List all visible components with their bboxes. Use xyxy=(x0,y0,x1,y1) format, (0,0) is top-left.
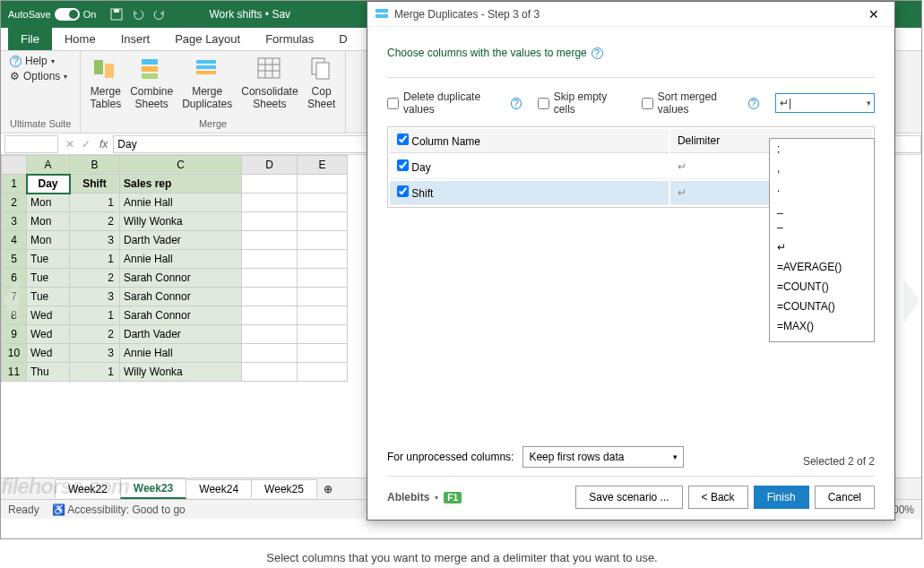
delimiter-option[interactable]: =MAX() xyxy=(770,316,874,336)
cancel-button[interactable]: Cancel xyxy=(815,486,875,509)
delimiter-option[interactable]: ; xyxy=(770,139,874,159)
cell[interactable] xyxy=(242,269,298,288)
help-icon[interactable]: ? xyxy=(511,98,522,109)
cell[interactable] xyxy=(242,306,298,325)
sheet-tab[interactable]: Week23 xyxy=(120,478,186,499)
cell[interactable]: Wed xyxy=(27,344,70,363)
cell[interactable]: Sales rep xyxy=(120,175,242,194)
column-checkbox[interactable] xyxy=(397,185,409,197)
cell[interactable]: 3 xyxy=(70,344,120,363)
row-header[interactable]: 3 xyxy=(2,212,27,231)
help-icon[interactable]: ? xyxy=(748,98,759,109)
undo-icon[interactable] xyxy=(132,8,144,21)
cell[interactable]: Sarah Connor xyxy=(120,288,242,306)
cell[interactable] xyxy=(298,250,348,269)
row-header[interactable]: 11 xyxy=(2,363,27,382)
col-header[interactable]: C xyxy=(120,156,242,175)
col-header[interactable]: A xyxy=(27,156,70,175)
cell[interactable] xyxy=(298,212,348,231)
tab-home[interactable]: Home xyxy=(52,28,108,50)
cell[interactable]: Annie Hall xyxy=(120,344,242,363)
tab-page-layout[interactable]: Page Layout xyxy=(162,28,253,50)
cell[interactable] xyxy=(298,363,348,382)
back-button[interactable]: < Back xyxy=(688,486,748,509)
row-header[interactable]: 6 xyxy=(2,269,27,288)
delimiter-option[interactable]: ↵ xyxy=(770,237,874,257)
help-icon[interactable]: ? xyxy=(592,47,603,59)
col-header[interactable]: E xyxy=(298,156,348,175)
cell[interactable] xyxy=(242,175,298,194)
row-header[interactable]: 4 xyxy=(2,231,27,250)
cell[interactable] xyxy=(242,250,298,269)
tab-d[interactable]: D xyxy=(326,28,359,50)
enter-icon[interactable]: ✓ xyxy=(82,138,91,151)
help-button[interactable]: ?Help ▾ xyxy=(10,55,71,67)
cell[interactable] xyxy=(298,306,348,325)
cell[interactable]: Wed xyxy=(27,306,70,325)
options-button[interactable]: ⚙Options ▾ xyxy=(10,70,71,82)
col-header[interactable]: D xyxy=(242,156,298,175)
name-box[interactable] xyxy=(4,135,58,153)
column-checkbox[interactable] xyxy=(397,159,409,171)
delimiter-option[interactable]: =COUNTA() xyxy=(770,297,874,316)
cell[interactable]: 1 xyxy=(70,363,120,382)
select-all-checkbox[interactable] xyxy=(397,133,409,145)
delimiter-option[interactable]: =AVERAGE() xyxy=(770,257,874,277)
delimiter-option[interactable]: _ xyxy=(770,198,874,218)
sheet-tab[interactable]: Week25 xyxy=(251,479,317,498)
save-icon[interactable] xyxy=(110,8,123,21)
cell[interactable] xyxy=(298,344,348,363)
f1-badge[interactable]: F1 xyxy=(444,492,462,503)
col-header[interactable]: B xyxy=(70,156,120,175)
grid[interactable]: ABCDE1DayShiftSales rep2Mon1Annie Hall3M… xyxy=(1,155,348,382)
cell[interactable]: Wed xyxy=(27,325,70,344)
row-header[interactable]: 2 xyxy=(2,194,27,212)
cell[interactable]: 1 xyxy=(70,306,120,325)
cell[interactable] xyxy=(298,194,348,212)
close-button[interactable]: ✕ xyxy=(860,7,887,22)
cell[interactable]: Shift xyxy=(70,175,120,194)
cell[interactable]: Willy Wonka xyxy=(120,212,242,231)
cell[interactable]: 2 xyxy=(70,212,120,231)
cancel-icon[interactable]: ✕ xyxy=(65,138,74,151)
cell[interactable]: Tue xyxy=(27,288,70,306)
cell[interactable]: Sarah Connor xyxy=(120,269,242,288)
cell[interactable]: Sarah Connor xyxy=(120,306,242,325)
cell[interactable]: Darth Vader xyxy=(120,231,242,250)
cell[interactable]: Willy Wonka xyxy=(120,363,242,382)
cell[interactable]: Mon xyxy=(27,194,70,212)
delete-duplicates-checkbox[interactable]: Delete duplicate values ? xyxy=(387,90,522,116)
cell[interactable] xyxy=(298,288,348,306)
delimiter-option[interactable]: , xyxy=(770,159,874,178)
cell[interactable]: 3 xyxy=(70,231,120,250)
row-header[interactable]: 5 xyxy=(2,250,27,269)
fx-icon[interactable]: fx xyxy=(99,138,108,151)
merge-tables-button[interactable]: Merge Tables xyxy=(90,55,121,110)
merge-duplicates-button[interactable]: Merge Duplicates xyxy=(182,55,232,110)
accessibility-status[interactable]: ♿ Accessibility: Good to go xyxy=(52,503,186,516)
delimiter-option[interactable]: =COUNT() xyxy=(770,277,874,297)
save-scenario-button[interactable]: Save scenario ... xyxy=(575,486,682,509)
row-header[interactable]: 1 xyxy=(2,175,27,194)
cell[interactable]: Tue xyxy=(27,269,70,288)
sheet-tab[interactable]: Week22 xyxy=(55,479,121,498)
cell[interactable] xyxy=(242,363,298,382)
cell[interactable]: Darth Vader xyxy=(120,325,242,344)
combine-sheets-button[interactable]: Combine Sheets xyxy=(130,55,173,110)
tab-insert[interactable]: Insert xyxy=(108,28,163,50)
add-sheet-button[interactable]: ⊕ xyxy=(316,480,340,498)
row-header[interactable]: 10 xyxy=(2,344,27,363)
copy-sheets-button[interactable]: Cop Sheet xyxy=(307,55,336,110)
cell[interactable] xyxy=(298,325,348,344)
tab-file[interactable]: File xyxy=(8,28,52,50)
sheet-tab[interactable]: Week24 xyxy=(186,479,252,498)
cell[interactable]: 2 xyxy=(70,325,120,344)
cell[interactable]: Mon xyxy=(27,212,70,231)
skip-empty-checkbox[interactable]: Skip empty cells xyxy=(538,90,626,116)
cell[interactable] xyxy=(242,344,298,363)
delimiter-options-list[interactable]: ;,._–↵=AVERAGE()=COUNT()=COUNTA()=MAX()=… xyxy=(769,138,875,342)
cell[interactable] xyxy=(242,231,298,250)
cell[interactable]: 3 xyxy=(70,288,120,306)
cell[interactable] xyxy=(242,212,298,231)
cell[interactable]: Annie Hall xyxy=(120,250,242,269)
